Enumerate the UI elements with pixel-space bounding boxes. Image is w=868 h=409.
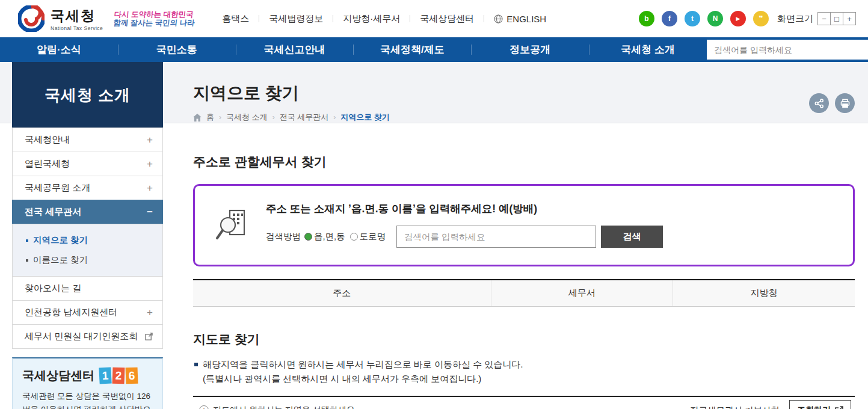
- digit-tile: 1: [99, 367, 111, 384]
- minus-icon: −: [147, 206, 153, 218]
- nav-item-tax-policy[interactable]: 국세정책/제도: [353, 37, 471, 62]
- map-search-description: 해당지역을 클릭하시면 원하시는 세무서 누리집으로 바로 이동하실 수 있습니…: [193, 357, 855, 386]
- font-decrease-button[interactable]: −: [817, 12, 831, 25]
- utility-link-english[interactable]: ENGLISH: [484, 14, 556, 24]
- bullet-icon: [26, 239, 28, 242]
- sidebar-item-waiting-count-lookup[interactable]: 세무서 민원실 대기인원조회: [12, 324, 163, 349]
- search-method-label: 검색방법: [266, 231, 301, 242]
- twitter-icon[interactable]: t: [685, 11, 700, 26]
- column-header-tax-office: 세무서: [491, 280, 673, 306]
- radio-option-eup-myeon-dong[interactable]: 읍,면,동: [304, 231, 345, 242]
- breadcrumb-about-nts[interactable]: 국세청 소개: [226, 112, 268, 123]
- logo-title: 국세청: [51, 7, 103, 25]
- address-search-notice: 주소 또는 소재지 ’읍.면.동 이름’을 입력해주세요! 예(방배): [266, 201, 841, 216]
- table-header-row: 주소 세무서 지방청: [193, 280, 855, 306]
- plus-icon: +: [147, 182, 153, 194]
- plus-icon: +: [147, 307, 153, 319]
- facebook-icon[interactable]: f: [662, 11, 677, 26]
- screen-size-control: 화면크기 − □ +: [777, 12, 856, 25]
- sidebar-item-label: 열린국세청: [25, 158, 70, 170]
- nav-item-about-nts[interactable]: 국세청 소개: [589, 37, 707, 62]
- utility-link-regional-offices[interactable]: 지방청·세무서: [333, 13, 410, 25]
- nav-item-tax-filing-guide[interactable]: 국세신고안내: [236, 37, 354, 62]
- youtube-icon[interactable]: ▶: [730, 11, 746, 26]
- screen-size-label: 화면크기: [777, 13, 813, 25]
- print-button[interactable]: [835, 93, 855, 113]
- radio-option-road-name[interactable]: 도로명: [350, 231, 386, 242]
- call-center-banner[interactable]: 국세상담센터 1 2 6 국세관련 모든 상담은 국번없이 126 번을 이용하…: [12, 357, 163, 409]
- social-links: b f t N ▶ ❞: [639, 11, 769, 26]
- breadcrumb: 홈 › 국세청 소개 › 전국 세무관서 › 지역으로 찾기: [193, 112, 855, 123]
- digit-tile: 2: [112, 367, 125, 384]
- basic-info-label: 전국세무관서 기본사항: [690, 405, 780, 409]
- building-search-icon: [215, 208, 250, 242]
- sidebar-item-nationwide-tax-offices[interactable]: 전국 세무관서 −: [12, 200, 163, 224]
- map-bullet-line2: (특별시나 광역시를 선택하시면 시 내의 세무서가 우측에 보여집니다.): [193, 372, 855, 386]
- font-reset-button[interactable]: □: [830, 12, 843, 25]
- sidebar-item-nts-guide[interactable]: 국세청안내 +: [12, 128, 163, 152]
- radio-label: 도로명: [360, 231, 386, 242]
- address-search-button[interactable]: 검색: [601, 226, 663, 248]
- call-center-title: 국세상담센터: [22, 367, 94, 384]
- call-center-number: 1 2 6: [99, 367, 138, 384]
- external-link-icon: [835, 406, 843, 409]
- info-icon: !: [199, 405, 209, 409]
- sidebar-subitem-find-by-region[interactable]: 지역으로 찾기: [13, 230, 162, 250]
- sidebar-item-label: 찾아오시는 길: [25, 283, 81, 294]
- utility-nav: 홈택스 국세법령정보 지방청·세무서 국세상담센터 ENGLISH: [212, 13, 556, 25]
- external-link-icon: [145, 333, 153, 340]
- share-button[interactable]: [809, 93, 829, 113]
- sidebar-item-open-nts[interactable]: 열린국세청 +: [12, 152, 163, 176]
- utility-link-english-label: ENGLISH: [506, 14, 546, 24]
- utility-link-law-info[interactable]: 국세법령정보: [259, 13, 333, 25]
- main-nav: 알림·소식 국민소통 국세신고안내 국세정책/제도 정보공개 국세청 소개: [0, 37, 868, 62]
- lookup-button[interactable]: 조회하기: [789, 400, 851, 409]
- radio-unchecked-icon[interactable]: [350, 233, 358, 241]
- breadcrumb-tax-offices[interactable]: 전국 세무관서: [280, 112, 329, 123]
- result-table: 주소 세무서 지방청: [193, 279, 855, 307]
- bullet-icon: [26, 259, 28, 262]
- radio-checked-icon[interactable]: [304, 233, 312, 241]
- utility-link-call-center[interactable]: 국세상담센터: [410, 13, 484, 25]
- map-info-bar: ! 지도에서 원하시는 지역을 선택하세요. 전국세무관서 기본사항 조회하기: [193, 396, 855, 409]
- top-header: 국세청 National Tax Service 다시 도약하는 대한민국 함께…: [0, 0, 868, 37]
- logo-subtitle: National Tax Service: [51, 25, 103, 31]
- global-search-box: [707, 40, 868, 60]
- map-info-text: 지도에서 원하시는 지역을 선택하세요.: [213, 405, 357, 409]
- naver-post-icon[interactable]: N: [707, 11, 723, 26]
- nts-logo[interactable]: 국세청 National Tax Service: [18, 5, 103, 32]
- chevron-right-icon: ›: [219, 113, 221, 121]
- chevron-right-icon: ›: [333, 113, 336, 121]
- nav-item-disclosure[interactable]: 정보공개: [471, 37, 589, 62]
- global-search-input[interactable]: [707, 40, 868, 60]
- kakao-icon[interactable]: ❞: [753, 11, 769, 26]
- map-search-heading: 지도로 찾기: [193, 331, 855, 348]
- sidebar-title: 국세청 소개: [12, 62, 163, 128]
- sidebar-subitem-find-by-name[interactable]: 이름으로 찾기: [13, 250, 162, 270]
- slogan-banner: 다시 도약하는 대한민국 함께 잘사는 국민의 나라: [113, 10, 199, 28]
- print-icon: [840, 99, 850, 108]
- breadcrumb-current: 지역으로 찾기: [340, 112, 390, 123]
- sidebar-subitem-label: 지역으로 찾기: [33, 235, 88, 246]
- breadcrumb-home[interactable]: 홈: [206, 112, 214, 123]
- map-bullet-line1: 해당지역을 클릭하시면 원하시는 세무서 누리집으로 바로 이동하실 수 있습니…: [203, 357, 523, 372]
- bullet-icon: [194, 363, 198, 366]
- sidebar-item-label: 전국 세무관서: [25, 206, 81, 218]
- radio-label: 읍,면,동: [314, 231, 345, 242]
- sidebar-item-directions[interactable]: 찾아오시는 길: [12, 276, 163, 301]
- address-search-input[interactable]: [396, 226, 596, 248]
- sidebar-item-officials-intro[interactable]: 국세공무원 소개 +: [12, 176, 163, 200]
- home-icon: [193, 114, 202, 121]
- address-search-box: 주소 또는 소재지 ’읍.면.동 이름’을 입력해주세요! 예(방배) 검색방법…: [193, 184, 855, 266]
- sidebar-item-label: 국세공무원 소개: [25, 182, 90, 194]
- nav-item-communication[interactable]: 국민소통: [118, 37, 236, 62]
- sidebar-item-label: 세무서 민원실 대기인원조회: [25, 331, 138, 342]
- naver-blog-icon[interactable]: b: [639, 11, 654, 26]
- sidebar-item-incheon-airport-center[interactable]: 인천공항 납세지원센터 +: [12, 300, 163, 325]
- utility-link-hometax[interactable]: 홈택스: [212, 13, 259, 25]
- plus-icon: +: [147, 158, 153, 170]
- font-increase-button[interactable]: +: [843, 12, 856, 25]
- call-center-line2: 번을 이용하시면 편리하게 상담받으실 수 있습니다.: [22, 403, 153, 409]
- slogan-line1: 다시 도약하는 대한민국: [114, 10, 199, 19]
- nav-item-news[interactable]: 알림·소식: [0, 37, 118, 62]
